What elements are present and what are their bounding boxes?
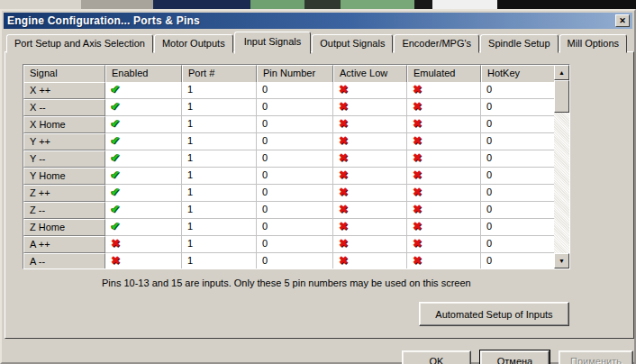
dialog-titlebar: Engine Configuration... Ports & Pins ✕ [4,13,632,29]
ok-button[interactable]: OK [402,350,471,364]
cross-icon: ✖ [339,186,348,198]
pin-cell[interactable]: 0 [257,219,333,236]
enabled-cell[interactable]: ✔ [105,185,182,202]
enabled-cell[interactable]: ✔ [105,82,182,99]
scrollbar-track[interactable] [554,113,569,253]
emulated-cell[interactable]: ✖ [407,202,481,219]
port-cell[interactable]: 1 [182,133,257,150]
tab-spindle-setup[interactable]: Spindle Setup [480,34,559,53]
tab-output-signals[interactable]: Output Signals [312,34,393,53]
emulated-cell[interactable]: ✖ [407,236,481,253]
column-header-enabled: Enabled [105,65,182,83]
active-low-cell[interactable]: ✖ [333,82,407,99]
port-cell[interactable]: 1 [182,116,257,133]
pin-cell[interactable]: 0 [257,236,333,253]
cross-icon: ✖ [339,254,348,267]
enabled-cell[interactable]: ✔ [105,99,182,116]
cross-icon: ✖ [339,151,348,164]
hotkey-cell[interactable]: 0 [481,185,555,202]
emulated-cell[interactable]: ✖ [407,99,481,116]
emulated-cell[interactable]: ✖ [407,116,481,133]
enabled-cell[interactable]: ✔ [105,150,182,168]
tab-mill-options[interactable]: Mill Options [559,34,627,53]
signals-table: SignalEnabledPort #Pin NumberActive LowE… [23,64,570,269]
tab-motor-outputs[interactable]: Motor Outputs [154,34,233,53]
cross-icon: ✖ [413,151,422,164]
port-cell[interactable]: 1 [182,219,257,236]
enabled-cell[interactable]: ✔ [105,168,182,185]
active-low-cell[interactable]: ✖ [333,116,407,133]
hotkey-cell[interactable]: 0 [481,133,555,150]
enabled-cell[interactable]: ✖ [105,253,182,269]
cross-icon: ✖ [339,168,348,181]
enabled-cell[interactable]: ✔ [105,202,182,219]
active-low-cell[interactable]: ✖ [333,150,407,168]
hotkey-cell[interactable]: 0 [481,168,555,185]
enabled-cell[interactable]: ✖ [105,236,182,253]
close-icon[interactable]: ✕ [615,14,630,27]
tab-input-signals[interactable]: Input Signals [234,32,312,54]
active-low-cell[interactable]: ✖ [333,185,407,202]
apply-button[interactable]: Применить [559,350,633,364]
hotkey-cell[interactable]: 0 [481,253,555,269]
cross-icon: ✖ [339,220,348,232]
active-low-cell[interactable]: ✖ [333,168,407,185]
port-cell[interactable]: 1 [182,236,257,253]
active-low-cell[interactable]: ✖ [333,219,407,236]
signal-cell: Z ++ [23,185,105,202]
hotkey-cell[interactable]: 0 [481,150,555,168]
scroll-down-icon[interactable]: ▼ [554,253,569,268]
pin-cell[interactable]: 0 [257,133,333,150]
port-cell[interactable]: 1 [182,253,257,269]
active-low-cell[interactable]: ✖ [333,253,407,269]
automated-setup-button[interactable]: Automated Setup of Inputs [419,302,569,326]
check-icon: ✔ [111,117,120,130]
scrollbar-thumb[interactable] [554,80,569,113]
pin-cell[interactable]: 0 [257,168,333,185]
emulated-cell[interactable]: ✖ [407,150,481,168]
emulated-cell[interactable]: ✖ [407,253,481,269]
check-icon: ✔ [111,186,120,198]
cross-icon: ✖ [339,203,348,215]
check-icon: ✔ [111,134,120,147]
emulated-cell[interactable]: ✖ [407,133,481,150]
emulated-cell[interactable]: ✖ [407,219,481,236]
active-low-cell[interactable]: ✖ [333,133,407,150]
emulated-cell[interactable]: ✖ [407,82,481,99]
hotkey-cell[interactable]: 0 [481,116,555,133]
hotkey-cell[interactable]: 0 [481,202,555,219]
port-cell[interactable]: 1 [182,82,257,99]
pin-cell[interactable]: 0 [257,82,333,99]
port-cell[interactable]: 1 [182,99,257,116]
cross-icon: ✖ [413,254,422,267]
pin-cell[interactable]: 0 [257,116,333,133]
vertical-scrollbar[interactable]: ▲ ▼ [554,65,569,268]
cross-icon: ✖ [339,83,348,96]
tab-encoder-mpg-s[interactable]: Encoder/MPG's [394,34,479,53]
enabled-cell[interactable]: ✔ [105,116,182,133]
port-cell[interactable]: 1 [182,202,257,219]
pin-cell[interactable]: 0 [257,185,333,202]
hotkey-cell[interactable]: 0 [481,236,555,253]
port-cell[interactable]: 1 [182,150,257,168]
signal-cell: X ++ [23,82,105,99]
enabled-cell[interactable]: ✔ [105,133,182,150]
pin-cell[interactable]: 0 [257,253,333,269]
port-cell[interactable]: 1 [182,185,257,202]
pin-cell[interactable]: 0 [257,150,333,168]
cancel-button[interactable]: Отмена [480,350,550,364]
hotkey-cell[interactable]: 0 [481,99,555,116]
scroll-up-icon[interactable]: ▲ [554,65,569,80]
hotkey-cell[interactable]: 0 [481,219,555,236]
emulated-cell[interactable]: ✖ [407,168,481,185]
enabled-cell[interactable]: ✔ [105,219,182,236]
pin-cell[interactable]: 0 [257,202,333,219]
port-cell[interactable]: 1 [182,168,257,185]
active-low-cell[interactable]: ✖ [333,202,407,219]
hotkey-cell[interactable]: 0 [481,82,555,99]
pin-cell[interactable]: 0 [257,99,333,116]
emulated-cell[interactable]: ✖ [407,185,481,202]
active-low-cell[interactable]: ✖ [333,99,407,116]
active-low-cell[interactable]: ✖ [333,236,407,253]
tab-port-setup-and-axis-selection[interactable]: Port Setup and Axis Selection [6,34,153,53]
